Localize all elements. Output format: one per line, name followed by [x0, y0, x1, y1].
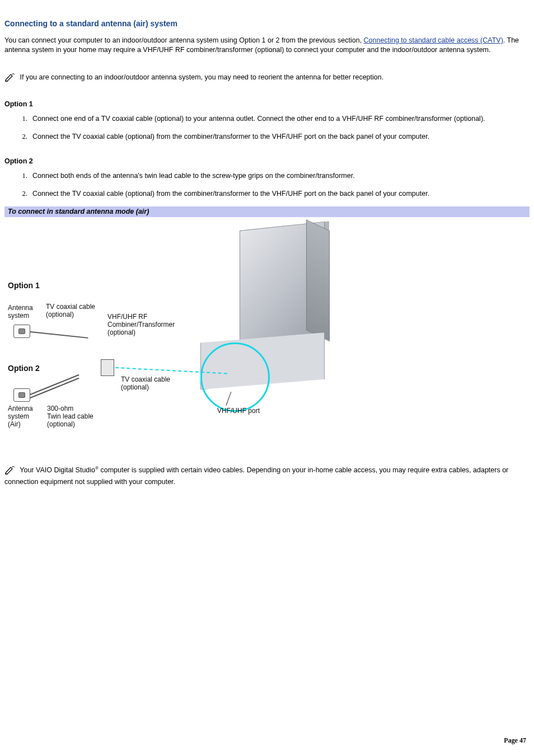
intro-paragraph: You can connect your computer to an indo…: [4, 36, 530, 55]
option1-heading: Option 1: [4, 100, 530, 108]
fig-label-option2: Option 2: [8, 364, 40, 373]
fig-label-antenna-system-air: Antenna system (Air): [8, 405, 33, 428]
note-cables-pre: Your VAIO Digital Studio: [18, 466, 95, 474]
option1-steps: Connect one end of a TV coaxial cable (o…: [4, 114, 530, 142]
figure-diagram: Option 1 Antenna system TV coaxial cable…: [4, 220, 352, 444]
option1-step-2: Connect the TV coaxial cable (optional) …: [29, 132, 530, 142]
option2-steps: Connect both ends of the antenna's twin …: [4, 171, 530, 199]
note-cables: Your VAIO Digital Studio® computer is su…: [4, 466, 530, 487]
fig-label-tv-coax-1: TV coaxial cable (optional): [46, 303, 95, 319]
note-reorient-text: If you are connecting to an indoor/outdo…: [18, 73, 383, 81]
fig-label-antenna-system-1: Antenna system: [8, 304, 33, 320]
fig-label-combiner: VHF/UHF RF Combiner/Transformer (optiona…: [107, 313, 175, 336]
fig-label-vhf-port: VHF/UHF port: [217, 407, 260, 415]
fig-label-twin-lead: 300-ohm Twin lead cable (optional): [47, 405, 93, 428]
wall-outlet-2: [13, 388, 30, 402]
option2-heading: Option 2: [4, 157, 530, 165]
option1-step-1: Connect one end of a TV coaxial cable (o…: [29, 114, 530, 124]
note-icon: [4, 466, 16, 477]
fig-label-tv-coax-2: TV coaxial cable (optional): [121, 376, 170, 392]
option2-step-2: Connect the TV coaxial cable (optional) …: [29, 189, 530, 199]
figure-caption: To connect in standard antenna mode (air…: [4, 206, 530, 217]
note-reorient: If you are connecting to an indoor/outdo…: [4, 73, 530, 84]
page-title: Connecting to a standard antenna (air) s…: [4, 19, 530, 28]
option2-step-1: Connect both ends of the antenna's twin …: [29, 171, 530, 181]
combiner-box: [101, 359, 114, 376]
note-icon: [4, 73, 16, 84]
intro-text-pre: You can connect your computer to an indo…: [4, 36, 364, 44]
wall-outlet-1: [13, 325, 30, 338]
fig-label-option1: Option 1: [8, 281, 40, 290]
catv-link[interactable]: Connecting to standard cable access (CAT…: [364, 36, 503, 44]
